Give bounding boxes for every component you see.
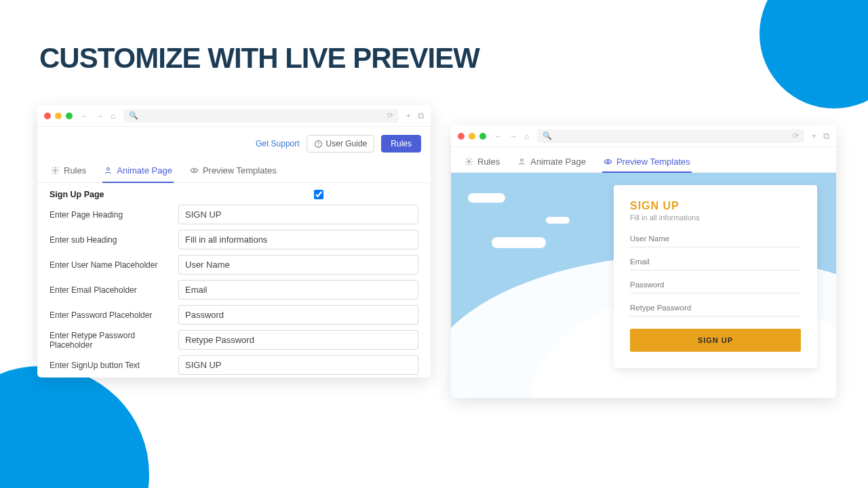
gear-icon [465, 157, 473, 166]
card-subtitle: Fill in all informations [630, 214, 801, 222]
tab-preview-templates[interactable]: Preview Templates [189, 159, 278, 182]
page-title: CUSTOMIZE WITH LIVE PREVIEW [39, 42, 479, 75]
address-bar[interactable]: 🔍 ⟳ [123, 109, 399, 123]
search-icon: 🔍 [542, 131, 552, 140]
svg-point-3 [107, 167, 110, 170]
label-button-text: Enter SignUp button Text [50, 361, 178, 370]
input-page-heading[interactable] [178, 205, 418, 224]
tabs-bar: Rules Animate Page Preview Templates [37, 159, 431, 183]
back-icon[interactable]: ← [494, 131, 502, 141]
tab-animate-page[interactable]: Animate Page [516, 151, 587, 172]
tab-animate-label: Animate Page [117, 165, 172, 176]
section-toggle-checkbox[interactable] [314, 190, 323, 199]
refresh-icon[interactable]: ⟳ [793, 131, 799, 140]
cloud-icon [546, 217, 570, 224]
card-title: SIGN UP [630, 200, 801, 212]
eye-icon [190, 166, 199, 175]
svg-point-2 [54, 169, 56, 171]
preview-password-field[interactable] [630, 276, 801, 293]
preview-username-field[interactable] [630, 230, 801, 247]
tab-animate-label: Animate Page [530, 157, 586, 167]
get-support-link[interactable]: Get Support [256, 139, 300, 148]
person-icon [517, 157, 526, 166]
label-email-placeholder: Enter Email Placeholder [50, 285, 178, 295]
gear-icon [51, 166, 60, 175]
tab-preview-label: Preview Templates [203, 165, 277, 176]
tab-rules-label: Rules [477, 157, 500, 167]
section-title: Sign Up Page [50, 190, 178, 199]
svg-point-7 [607, 161, 609, 163]
preview-signup-button[interactable]: SIGN UP [630, 329, 801, 352]
input-password-placeholder[interactable] [178, 305, 418, 325]
tab-preview-label: Preview Templates [616, 157, 690, 167]
forward-icon[interactable]: → [96, 111, 104, 121]
minimize-icon[interactable] [55, 113, 62, 119]
traffic-lights [458, 133, 486, 140]
input-retype-placeholder[interactable] [178, 330, 418, 350]
svg-text:?: ? [317, 141, 319, 146]
eye-icon [604, 157, 612, 166]
maximize-icon[interactable] [66, 113, 73, 119]
maximize-icon[interactable] [479, 133, 486, 140]
new-tab-icon[interactable]: + [406, 110, 411, 121]
close-icon[interactable] [458, 133, 465, 140]
help-icon: ? [314, 140, 323, 148]
address-bar[interactable]: 🔍 ⟳ [537, 129, 804, 143]
new-tab-icon[interactable]: + [811, 131, 816, 142]
decorative-blob-bottom-left [0, 366, 149, 488]
tab-rules[interactable]: Rules [50, 159, 87, 182]
preview-window: ← → ⌂ 🔍 ⟳ + ⧉ Rules Animate Page Preview… [451, 125, 836, 398]
forward-icon[interactable]: → [509, 131, 517, 141]
input-email-placeholder[interactable] [178, 280, 418, 300]
copy-icon[interactable]: ⧉ [823, 131, 829, 142]
svg-point-4 [193, 169, 195, 171]
preview-email-field[interactable] [630, 253, 801, 270]
person-icon [104, 166, 113, 175]
label-page-heading: Enter Page Heading [50, 210, 178, 220]
user-guide-label: User Guide [326, 139, 368, 148]
browser-chrome: ← → ⌂ 🔍 ⟳ + ⧉ [451, 125, 836, 147]
tab-animate-page[interactable]: Animate Page [102, 159, 174, 182]
user-guide-button[interactable]: ? User Guide [307, 135, 375, 152]
top-actions: Get Support ? User Guide Rules [37, 127, 431, 159]
tabs-bar: Rules Animate Page Preview Templates [451, 147, 836, 173]
decorative-blob-top-right [760, 0, 868, 108]
close-icon[interactable] [44, 113, 51, 119]
home-icon[interactable]: ⌂ [111, 111, 115, 121]
tab-rules[interactable]: Rules [463, 151, 501, 172]
traffic-lights [44, 113, 73, 119]
input-sub-heading[interactable] [178, 230, 418, 249]
preview-retype-field[interactable] [630, 299, 801, 317]
home-icon[interactable]: ⌂ [524, 131, 529, 141]
refresh-icon[interactable]: ⟳ [387, 111, 393, 120]
input-button-text[interactable] [178, 355, 418, 375]
cloud-icon [468, 193, 505, 203]
cloud-icon [492, 237, 546, 248]
svg-point-6 [521, 159, 524, 161]
tab-rules-label: Rules [64, 165, 86, 176]
input-username-placeholder[interactable] [178, 255, 418, 274]
tab-preview-templates[interactable]: Preview Templates [602, 151, 692, 172]
form-area: Sign Up Page Enter Page Heading Enter su… [37, 183, 431, 378]
back-icon[interactable]: ← [81, 111, 89, 121]
label-retype-placeholder: Enter Retype Password Placeholder [50, 331, 178, 350]
settings-window: ← → ⌂ 🔍 ⟳ + ⧉ Get Support ? User Guide R… [37, 105, 431, 378]
rules-button[interactable]: Rules [381, 135, 421, 152]
browser-chrome: ← → ⌂ 🔍 ⟳ + ⧉ [37, 105, 431, 127]
minimize-icon[interactable] [469, 133, 475, 140]
svg-point-5 [468, 160, 470, 162]
search-icon: 🔍 [129, 111, 138, 120]
preview-canvas: SIGN UP Fill in all informations SIGN UP [451, 173, 836, 398]
label-sub-heading: Enter sub Heading [50, 235, 178, 245]
label-username-placeholder: Enter User Name Placeholder [50, 260, 178, 270]
label-password-placeholder: Enter Password Placeholder [50, 310, 178, 320]
signup-card: SIGN UP Fill in all informations SIGN UP [614, 185, 817, 368]
copy-icon[interactable]: ⧉ [418, 110, 424, 121]
